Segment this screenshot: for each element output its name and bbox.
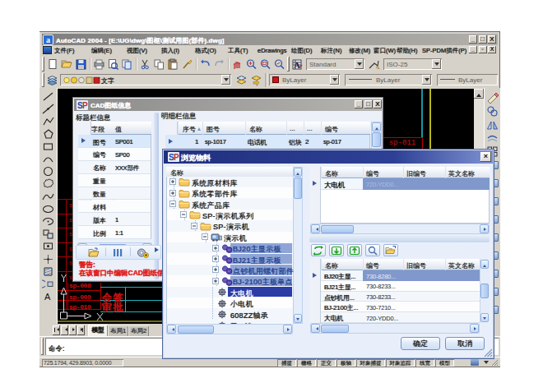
svg-text:P: P xyxy=(174,153,179,162)
svg-text:P: P xyxy=(82,101,88,110)
svg-text:A: A xyxy=(44,292,51,302)
